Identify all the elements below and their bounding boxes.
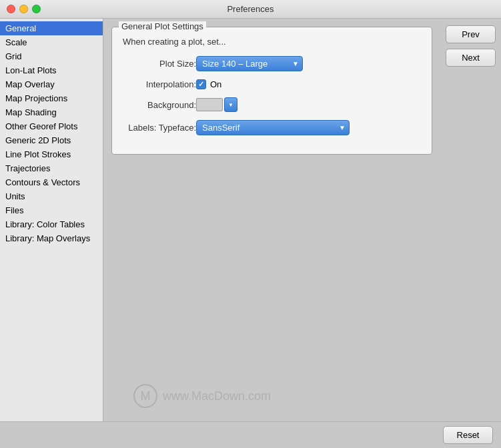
sidebar-item-general[interactable]: General (0, 21, 103, 35)
interpolation-control: On (196, 79, 221, 89)
typeface-select[interactable]: SansSerif Serif Monospaced (196, 120, 350, 135)
sidebar-item-map-overlay[interactable]: Map Overlay (0, 77, 103, 91)
content-area: General Plot Settings When creating a pl… (103, 19, 440, 421)
close-button[interactable] (7, 5, 15, 13)
sidebar-item-line-plot-strokes[interactable]: Line Plot Strokes (0, 147, 103, 161)
background-control (196, 97, 237, 112)
prev-button[interactable]: Prev (446, 25, 496, 43)
sidebar-item-library-map-overlays[interactable]: Library: Map Overlays (0, 231, 103, 245)
sidebar-item-map-projections[interactable]: Map Projections (0, 91, 103, 105)
interpolation-checkbox[interactable] (196, 79, 206, 89)
background-row: Background: (123, 97, 421, 112)
sidebar-item-grid[interactable]: Grid (0, 49, 103, 63)
group-title: General Plot Settings (119, 21, 206, 31)
sidebar-item-scale[interactable]: Scale (0, 35, 103, 49)
title-bar: Preferences (0, 0, 501, 19)
interpolation-row: Interpolation: On (123, 79, 421, 89)
sidebar-item-contours-vectors[interactable]: Contours & Vectors (0, 175, 103, 189)
labels-typeface-label: Labels: Typeface: (123, 123, 196, 133)
sidebar: General Scale Grid Lon-Lat Plots Map Ove… (0, 19, 103, 421)
labels-typeface-row: Labels: Typeface: SansSerif Serif Monosp… (123, 120, 421, 135)
plot-size-label: Plot Size: (123, 59, 196, 69)
window-title: Preferences (227, 4, 274, 14)
maximize-button[interactable] (32, 5, 41, 13)
sidebar-item-files[interactable]: Files (0, 203, 103, 217)
background-label: Background: (123, 100, 196, 110)
sidebar-item-other-georef-plots[interactable]: Other Georef Plots (0, 119, 103, 133)
background-color-swatch[interactable] (196, 98, 223, 111)
sidebar-item-map-shading[interactable]: Map Shading (0, 105, 103, 119)
subtitle: When creating a plot, set... (123, 37, 421, 47)
plot-size-row: Plot Size: Size 140 – Large Size 120 – M… (123, 56, 421, 71)
minimize-button[interactable] (19, 5, 28, 13)
interpolation-label: Interpolation: (123, 79, 196, 89)
sidebar-item-units[interactable]: Units (0, 189, 103, 203)
typeface-select-wrapper: SansSerif Serif Monospaced ▼ (196, 120, 350, 135)
sidebar-item-library-color-tables[interactable]: Library: Color Tables (0, 217, 103, 231)
main-content: General Scale Grid Lon-Lat Plots Map Ove… (0, 19, 501, 421)
plot-size-select[interactable]: Size 140 – Large Size 120 – Medium Size … (196, 56, 303, 71)
sidebar-item-lon-lat-plots[interactable]: Lon-Lat Plots (0, 63, 103, 77)
general-plot-settings-group: General Plot Settings When creating a pl… (111, 27, 432, 155)
reset-button[interactable]: Reset (443, 426, 493, 444)
next-button[interactable]: Next (446, 49, 496, 67)
sidebar-item-generic-2d-plots[interactable]: Generic 2D Plots (0, 133, 103, 147)
background-dropdown-button[interactable] (224, 97, 237, 112)
sidebar-item-trajectories[interactable]: Trajectories (0, 161, 103, 175)
right-buttons: Prev Next (440, 19, 501, 421)
window-controls (7, 5, 41, 13)
plot-size-select-wrapper: Size 140 – Large Size 120 – Medium Size … (196, 56, 303, 71)
interpolation-on-label: On (210, 79, 221, 89)
bottom-bar: Reset (0, 421, 501, 448)
